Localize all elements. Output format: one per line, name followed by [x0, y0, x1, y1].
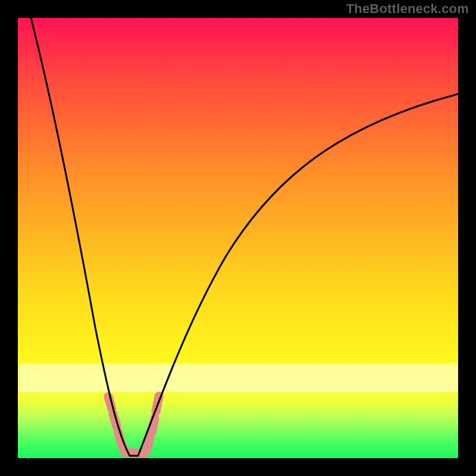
svg-line-3 [147, 438, 150, 450]
curve-layer [18, 18, 458, 458]
chart-stage: TheBottleneck.com [0, 0, 476, 476]
watermark-text: TheBottleneck.com [346, 1, 469, 17]
plot-area [18, 18, 458, 458]
bottleneck-curve [31, 18, 458, 456]
accent-group [104, 392, 164, 454]
